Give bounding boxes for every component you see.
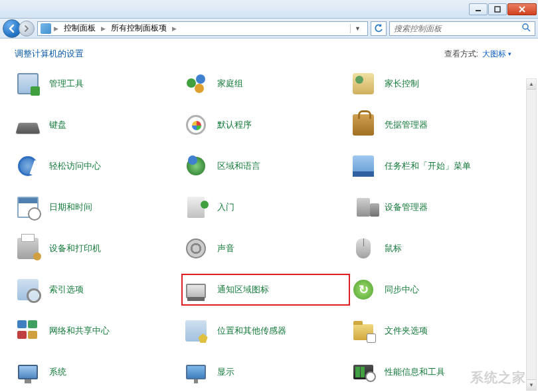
minimize-button[interactable] xyxy=(469,3,488,15)
notification-area-icons-icon xyxy=(184,278,208,302)
cpl-item-sound[interactable]: 声音 xyxy=(183,235,344,262)
cpl-item-devices-printers[interactable]: 设备和打印机 xyxy=(15,235,176,262)
cpl-item-label: 系统 xyxy=(49,366,66,378)
control-panel-icon xyxy=(41,23,51,34)
cpl-item-label: 鼠标 xyxy=(385,243,402,254)
scroll-up-button[interactable]: ▲ xyxy=(527,79,536,90)
breadcrumb-all-items[interactable]: 所有控制面板项 xyxy=(108,21,169,35)
ease-of-access-icon xyxy=(16,154,40,178)
keyboard-icon xyxy=(16,113,40,137)
cpl-item-performance-info[interactable]: 性能信息和工具 xyxy=(350,359,511,385)
parental-controls-icon xyxy=(351,72,375,96)
admin-tools-icon xyxy=(16,72,40,96)
breadcrumb-control-panel[interactable]: 控制面板 xyxy=(61,21,98,35)
cpl-item-label: 管理工具 xyxy=(49,78,84,90)
cpl-item-label: 轻松访问中心 xyxy=(49,160,101,172)
refresh-button[interactable] xyxy=(371,21,387,36)
search-box[interactable] xyxy=(389,21,535,36)
cpl-item-date-time[interactable]: 日期和时间 xyxy=(15,194,176,221)
scroll-down-button[interactable]: ▼ xyxy=(527,379,536,390)
cpl-item-mouse[interactable]: 鼠标 xyxy=(350,235,511,262)
taskbar-startmenu-icon xyxy=(351,154,375,178)
view-by: 查看方式: 大图标 xyxy=(444,49,511,60)
cpl-item-network-sharing[interactable]: 网络和共享中心 xyxy=(15,318,176,344)
sync-center-icon xyxy=(351,278,375,302)
cpl-item-sync-center[interactable]: 同步中心 xyxy=(350,276,511,303)
folder-options-icon xyxy=(351,319,375,343)
cpl-item-keyboard[interactable]: 键盘 xyxy=(15,112,176,138)
cpl-item-homegroup[interactable]: 家庭组 xyxy=(183,70,344,97)
cpl-item-label: 位置和其他传感器 xyxy=(217,325,286,337)
breadcrumb-sep-icon: ▶ xyxy=(172,25,177,32)
devices-printers-icon xyxy=(16,237,40,260)
system-icon xyxy=(16,360,40,384)
cpl-item-label: 入门 xyxy=(217,201,234,213)
vertical-scrollbar[interactable]: ▲ ▼ xyxy=(526,78,537,391)
view-by-dropdown[interactable]: 大图标 xyxy=(482,49,511,60)
cpl-item-label: 任务栏和「开始」菜单 xyxy=(385,160,471,172)
getting-started-icon xyxy=(184,195,208,219)
cpl-item-device-manager[interactable]: 设备管理器 xyxy=(350,194,511,221)
address-dropdown-button[interactable]: ▼ xyxy=(350,24,365,33)
breadcrumb-sep-icon: ▶ xyxy=(101,25,106,32)
cpl-item-label: 文件夹选项 xyxy=(385,325,428,337)
cpl-item-label: 显示 xyxy=(217,366,234,378)
cpl-item-ease-of-access[interactable]: 轻松访问中心 xyxy=(15,153,176,179)
mouse-icon xyxy=(351,237,375,260)
cpl-item-indexing-options[interactable]: 索引选项 xyxy=(15,276,176,303)
cpl-item-folder-options[interactable]: 文件夹选项 xyxy=(350,318,511,344)
close-button[interactable] xyxy=(507,3,537,15)
cpl-item-label: 设备管理器 xyxy=(385,201,428,213)
view-by-label: 查看方式: xyxy=(444,49,478,60)
svg-point-4 xyxy=(523,24,528,29)
device-manager-icon xyxy=(351,195,375,219)
display-icon xyxy=(184,360,208,384)
location-sensors-icon xyxy=(184,319,208,343)
cpl-item-system[interactable]: 系统 xyxy=(15,359,176,385)
cpl-item-label: 通知区域图标 xyxy=(217,284,269,296)
cpl-item-label: 同步中心 xyxy=(385,284,419,296)
cpl-item-taskbar-startmenu[interactable]: 任务栏和「开始」菜单 xyxy=(350,153,511,179)
nav-forward-button[interactable] xyxy=(19,21,35,37)
homegroup-icon xyxy=(184,72,208,96)
address-bar-row: ▶ 控制面板 ▶ 所有控制面板项 ▶ ▼ xyxy=(0,19,538,39)
cpl-item-notification-area-icons[interactable]: 通知区域图标 xyxy=(181,274,351,306)
network-sharing-icon xyxy=(16,319,40,343)
cpl-item-label: 日期和时间 xyxy=(49,201,92,213)
indexing-options-icon xyxy=(16,278,40,302)
cpl-item-default-programs[interactable]: 默认程序 xyxy=(183,112,344,138)
content-area: 调整计算机的设置 查看方式: 大图标 管理工具家庭组家长控制键盘默认程序凭据管理… xyxy=(0,39,538,392)
sound-icon xyxy=(184,237,208,260)
cpl-item-credential-manager[interactable]: 凭据管理器 xyxy=(350,112,511,138)
search-input[interactable] xyxy=(394,24,521,33)
cpl-item-label: 键盘 xyxy=(49,119,66,131)
cpl-item-display[interactable]: 显示 xyxy=(183,359,344,385)
cpl-item-admin-tools[interactable]: 管理工具 xyxy=(15,70,176,97)
page-heading: 调整计算机的设置 xyxy=(15,48,84,60)
cpl-item-label: 设备和打印机 xyxy=(49,243,101,254)
address-box[interactable]: ▶ 控制面板 ▶ 所有控制面板项 ▶ ▼ xyxy=(37,21,368,36)
cpl-item-label: 家长控制 xyxy=(385,78,419,90)
svg-line-5 xyxy=(527,29,530,31)
credential-manager-icon xyxy=(351,113,375,137)
cpl-item-label: 网络和共享中心 xyxy=(49,325,110,337)
cpl-item-label: 默认程序 xyxy=(217,119,252,131)
search-icon[interactable] xyxy=(521,23,531,34)
cpl-item-label: 声音 xyxy=(217,243,234,254)
items-grid: 管理工具家庭组家长控制键盘默认程序凭据管理器轻松访问中心区域和语言任务栏和「开始… xyxy=(15,70,511,392)
region-language-icon xyxy=(184,154,208,178)
cpl-item-parental-controls[interactable]: 家长控制 xyxy=(350,70,511,97)
cpl-item-region-language[interactable]: 区域和语言 xyxy=(183,153,344,179)
cpl-item-label: 凭据管理器 xyxy=(385,119,428,131)
svg-rect-1 xyxy=(495,7,500,12)
cpl-item-getting-started[interactable]: 入门 xyxy=(183,194,344,221)
cpl-item-location-sensors[interactable]: 位置和其他传感器 xyxy=(183,318,344,344)
performance-info-icon xyxy=(351,360,375,384)
title-bar xyxy=(0,0,538,19)
cpl-item-label: 区域和语言 xyxy=(217,160,260,172)
cpl-item-label: 索引选项 xyxy=(49,284,84,296)
date-time-icon xyxy=(16,195,40,219)
default-programs-icon xyxy=(184,113,208,137)
cpl-item-label: 性能信息和工具 xyxy=(385,366,445,378)
maximize-button[interactable] xyxy=(488,3,507,15)
